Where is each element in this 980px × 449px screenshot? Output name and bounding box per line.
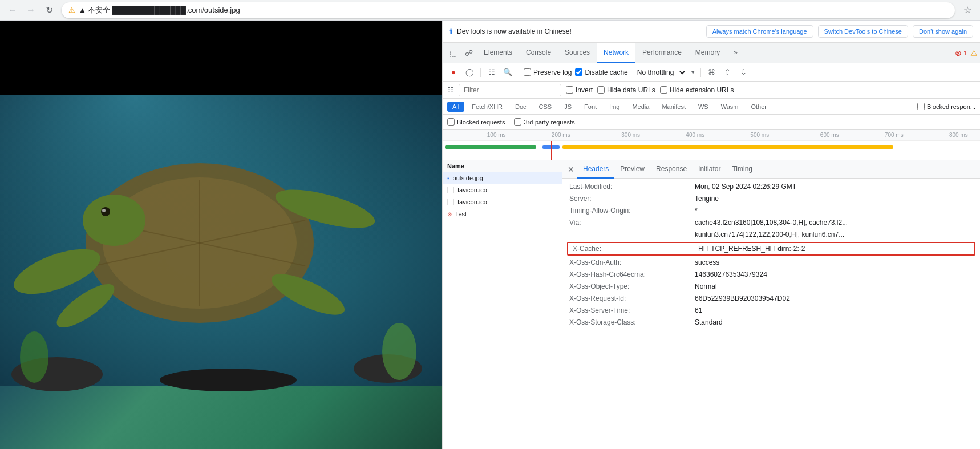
disable-cache-label[interactable]: Disable cache [575, 68, 627, 76]
type-filter-wasm[interactable]: Wasm [716, 102, 744, 112]
header-key-via: Via: [569, 219, 695, 226]
tick-800ms: 800 ms [949, 132, 968, 138]
name-row-favicon1[interactable]: favicon.ico [443, 184, 562, 196]
name-row-test[interactable]: ⊗ Test [443, 208, 562, 220]
clear-button[interactable]: ◯ [463, 66, 476, 79]
header-server: Server: Tengine [562, 193, 980, 205]
type-filter-fetch[interactable]: Fetch/XHR [467, 102, 508, 112]
tab-sources[interactable]: Sources [558, 43, 597, 63]
headers-tab[interactable]: Headers [577, 160, 614, 179]
header-key-oss-hash: X-Oss-Hash-Crc64ecma: [569, 270, 695, 278]
black-top-area [0, 21, 442, 95]
header-key-oss-server-time: X-Oss-Server-Time: [569, 306, 695, 314]
download-button[interactable]: ⇩ [738, 66, 750, 79]
favicon-icon-2 [447, 199, 454, 205]
hide-data-urls-checkbox[interactable] [597, 86, 605, 94]
blocked-response-text: Blocked respon... [927, 103, 975, 110]
device-toolbar-button[interactable]: ☍ [461, 45, 477, 61]
filter-icon: ☷ [447, 86, 454, 94]
initiator-tab[interactable]: Initiator [693, 160, 726, 179]
response-tab[interactable]: Response [650, 160, 693, 179]
bookmark-button[interactable]: ☆ [959, 2, 975, 18]
hide-data-urls-label[interactable]: Hide data URLs [597, 86, 655, 94]
header-oss-request-id: X-Oss-Request-Id: 66D522939BB9203039547D… [562, 293, 980, 305]
dont-show-again-button[interactable]: Don't show again [913, 25, 973, 38]
preview-tab[interactable]: Preview [614, 160, 650, 179]
reload-button[interactable]: ↻ [41, 2, 57, 18]
tab-more[interactable]: » [727, 43, 744, 63]
type-filter-font[interactable]: Font [579, 102, 602, 112]
toolbar-divider-3 [700, 68, 701, 77]
preserve-log-checkbox[interactable] [524, 68, 531, 76]
record-button[interactable]: ● [447, 66, 460, 79]
back-button[interactable]: ← [5, 2, 21, 18]
throttle-select[interactable]: No throttling [631, 67, 687, 78]
name-row-outside-text: outside.jpg [453, 175, 483, 181]
invert-checkbox[interactable] [566, 86, 573, 94]
wifi-icon-button[interactable]: ⌘ [706, 66, 718, 79]
filter-toggle-button[interactable]: ☷ [485, 66, 498, 79]
type-filter-manifest[interactable]: Manifest [657, 102, 691, 112]
disable-cache-checkbox[interactable] [575, 68, 582, 76]
name-row-test-text: Test [455, 211, 467, 217]
header-key-timing-allow-origin: Timing-Allow-Origin: [569, 207, 695, 215]
header-oss-object-type: X-Oss-Object-Type: Normal [562, 281, 980, 293]
disable-cache-text: Disable cache [585, 68, 627, 76]
devtools-tab-bar: ⬚ ☍ Elements Console Sources Network Per… [443, 43, 980, 63]
invert-label[interactable]: Invert [566, 86, 593, 94]
close-headers-button[interactable]: ✕ [565, 163, 577, 176]
blocked-requests-label[interactable]: Blocked requests [447, 118, 505, 126]
switch-to-chinese-button[interactable]: Switch DevTools to Chinese [818, 25, 908, 38]
type-filter-media[interactable]: Media [627, 102, 654, 112]
tick-100ms: 100 ms [487, 132, 506, 138]
name-row-favicon2[interactable]: favicon.ico [443, 196, 562, 208]
toolbar-divider-2 [519, 68, 519, 77]
third-party-label[interactable]: 3rd-party requests [514, 118, 574, 126]
name-row-outside[interactable]: ▪ outside.jpg [443, 172, 562, 184]
header-oss-hash: X-Oss-Hash-Crc64ecma: 146360276353437932… [562, 269, 980, 281]
type-filter-all[interactable]: All [447, 102, 464, 112]
image-file-icon: ▪ [447, 175, 449, 181]
favicon-icon-1 [447, 187, 454, 193]
blocked-requests-checkbox[interactable] [447, 118, 455, 126]
type-filter-js[interactable]: JS [559, 102, 577, 112]
hide-ext-urls-checkbox[interactable] [660, 86, 667, 94]
type-filter-img[interactable]: Img [604, 102, 625, 112]
type-filter-css[interactable]: CSS [534, 102, 557, 112]
headers-content: Last-Modified: Mon, 02 Sep 2024 02:26:29… [562, 179, 980, 331]
third-party-checkbox[interactable] [514, 118, 521, 126]
header-key-oss-request-id: X-Oss-Request-Id: [569, 294, 695, 302]
language-notification: ℹ DevTools is now available in Chinese! … [443, 21, 980, 43]
timeline-green-bar [445, 145, 536, 149]
tab-elements[interactable]: Elements [477, 43, 519, 63]
header-via-cont: kunlun3.cn7174[122,122,200-0,H], kunlun6… [562, 229, 980, 241]
header-val-timing-allow-origin: * [695, 207, 698, 215]
filter-input[interactable] [459, 84, 561, 96]
warning-icon: ⚠ [970, 48, 978, 58]
blocked-response-label[interactable]: Blocked respon... [917, 103, 975, 110]
preserve-log-label[interactable]: Preserve log [524, 68, 572, 76]
tab-performance[interactable]: Performance [635, 43, 689, 63]
name-row-favicon1-text: favicon.ico [457, 187, 487, 193]
type-filter-doc[interactable]: Doc [510, 102, 532, 112]
header-val-xcache: HIT TCP_REFRESH_HIT dirn:-2:-2 [698, 245, 805, 253]
search-button[interactable]: 🔍 [501, 66, 514, 79]
type-filter-other[interactable]: Other [746, 102, 772, 112]
error-count: 1 [963, 50, 967, 56]
error-badge: ⊗ 1 [951, 48, 970, 58]
type-filter-ws[interactable]: WS [693, 102, 714, 112]
tick-400ms: 400 ms [686, 132, 704, 138]
address-bar[interactable]: ⚠ ▲ 不安全 ██████████████.com/outside.jpg [62, 2, 955, 18]
tick-600ms: 600 ms [820, 132, 839, 138]
tab-network[interactable]: Network [597, 43, 635, 63]
upload-button[interactable]: ⇧ [722, 66, 734, 79]
tab-memory[interactable]: Memory [689, 43, 727, 63]
hide-ext-urls-label[interactable]: Hide extension URLs [660, 86, 734, 94]
always-match-language-button[interactable]: Always match Chrome's language [706, 25, 813, 38]
forward-button[interactable]: → [23, 2, 39, 18]
tab-console[interactable]: Console [519, 43, 558, 63]
inspect-element-button[interactable]: ⬚ [445, 45, 461, 61]
main-area: ℹ DevTools is now available in Chinese! … [0, 21, 980, 449]
timing-tab[interactable]: Timing [726, 160, 758, 179]
blocked-response-checkbox[interactable] [917, 103, 925, 110]
